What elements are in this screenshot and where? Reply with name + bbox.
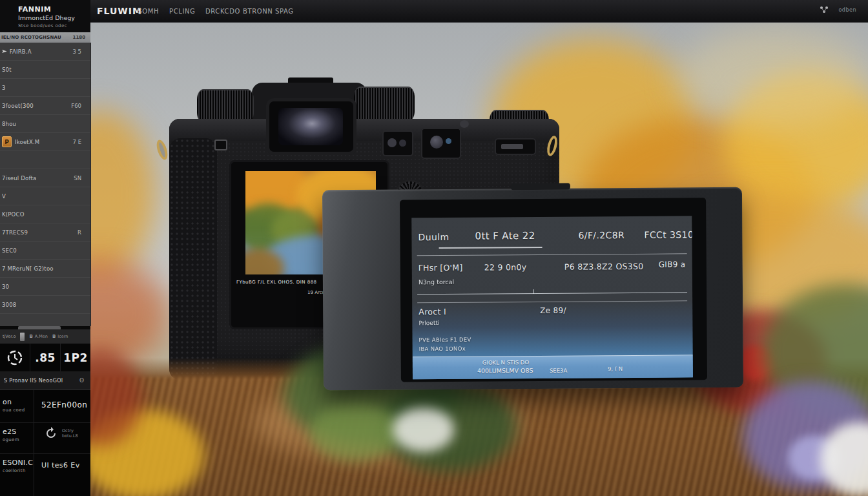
- sidebar-item-14[interactable]: 3008: [0, 296, 90, 314]
- bottom-bar-line1: GIOKL N STIS DO: [482, 359, 529, 366]
- camera-af-window: [421, 128, 461, 159]
- left-sidebar: FANNIM ImmonctEd Dhegy Stse bood/ues ode…: [0, 0, 90, 496]
- strap-lug-left: [154, 139, 169, 161]
- screen-separator: [417, 253, 687, 256]
- panel-right-top[interactable]: 52EFn00on: [41, 400, 87, 409]
- sidebar-item-12[interactable]: 7 MReruN[ G2)too: [0, 260, 90, 278]
- camera-top-plate: [169, 119, 559, 141]
- sidebar-item-0[interactable]: ➤ FAIRB.A 3 5: [0, 43, 90, 61]
- selected-row-value: 1180: [73, 35, 85, 40]
- flip-screen-bezel: Duulm 0tt F Ate 22 6/F/.2C8R FCCt 3S10 Γ…: [400, 198, 707, 382]
- sidebar-item-4[interactable]: 8hou: [0, 115, 90, 133]
- sidebar-item-1[interactable]: S0t: [0, 61, 90, 79]
- setting-row2-sublabel: Prloetti: [418, 320, 439, 326]
- bottom-bar-value: SEE3A: [550, 367, 567, 374]
- screen-footnote-2: IBA NAO 1ONOx: [419, 346, 466, 353]
- menu-item-1[interactable]: GOMH: [137, 8, 159, 15]
- setting-value-2[interactable]: P6 8Z3.8Z2 OS3S0: [564, 262, 644, 272]
- setting-row2-label[interactable]: Aroct I: [418, 307, 446, 316]
- white-flowers-center: [393, 407, 454, 452]
- stat-cell-clock[interactable]: [0, 344, 30, 371]
- sidebar-item-3[interactable]: 3fooet(300 F60: [0, 97, 90, 115]
- selected-row-label: IEL/NO RCOTOGHSNAU: [1, 35, 61, 40]
- topbar-right-label[interactable]: odben: [838, 7, 856, 13]
- toolbar-item-2[interactable]: Icern: [57, 334, 68, 339]
- cursor-arrow-icon: ➤: [1, 48, 7, 54]
- sidebar-header: FANNIM ImmonctEd Dhegy Stse bood/ues ode…: [0, 0, 90, 32]
- sidebar-settings-list: ➤ FAIRB.A 3 5 S0t 3 3fooet(300 F60 8hou …: [0, 43, 91, 326]
- screen-tab-4[interactable]: FCCt 3S10: [644, 229, 693, 240]
- camera-dial-center: [354, 87, 415, 121]
- panel-right-mid[interactable]: Octry botu.L8: [44, 426, 78, 440]
- menu-item-2[interactable]: PCLING: [169, 8, 195, 15]
- app-logo[interactable]: FLUWIM: [97, 6, 142, 16]
- share-icon[interactable]: [819, 5, 829, 14]
- toolbar-left-label: tjVer.o: [3, 334, 16, 339]
- product-photo: ΓYbuBG Γ/L EXL OHOS. DIN 888 19 Arcor 8 …: [90, 22, 868, 496]
- sidebar-selected-row[interactable]: IEL/NO RCOTOGHSNAU 1180: [0, 32, 90, 43]
- theta-icon: Θ: [79, 377, 84, 384]
- setting-row-label[interactable]: ΓHsr [O'M]: [418, 263, 463, 273]
- badge-b-icon-1: B: [29, 334, 32, 339]
- bottom-bar-line2: 400LUMSLMV O8S: [477, 367, 533, 375]
- clock-icon: [6, 349, 23, 366]
- screen-tab-active[interactable]: Duulm: [418, 232, 449, 242]
- panel-left-cell-2[interactable]: e2S oguem: [3, 428, 19, 442]
- flower-blob: [678, 28, 868, 125]
- sidebar-item-9[interactable]: K(POCO: [0, 205, 90, 223]
- top-menu-bar: FLUWIM GOMH PCLING DRCKCDO BTRONN SPAG o…: [0, 0, 868, 23]
- sidebar-item-5[interactable]: P IkoetX.M 7 E: [0, 133, 90, 151]
- p-badge-icon: P: [2, 136, 12, 147]
- panel-right-bottom[interactable]: UI tes6 Ev: [41, 461, 80, 470]
- screen-separator-2: [417, 300, 687, 303]
- sidebar-stats-panel: .85 1P2: [0, 344, 90, 371]
- panel-divider-h2: [0, 453, 90, 454]
- sidebar-item-2[interactable]: 3: [0, 79, 90, 97]
- camera-flip-screen: Duulm 0tt F Ate 22 6/F/.2C8R FCCt 3S10 Γ…: [322, 187, 743, 391]
- toolbar-item-1[interactable]: A.Men: [35, 334, 48, 339]
- camera-meter-window: [495, 138, 536, 155]
- menu-item-4[interactable]: BTRONN: [243, 8, 273, 15]
- sidebar-item-10[interactable]: 7TRECS9 R: [0, 223, 90, 242]
- stat-cell-value-1[interactable]: .85: [30, 344, 61, 371]
- sidebar-item-7[interactable]: 7iseul Dofta SN: [0, 169, 90, 187]
- screen-bottom-bar: GIOKL N STIS DO 400LUMSLMV O8S SEE3A 9, …: [413, 355, 693, 379]
- sidebar-title: FANNIM: [18, 5, 51, 14]
- camera-vf-switch: [214, 140, 227, 150]
- sidebar-bottom-panel: on oua coed e2S oguem ESONI.C coellorith…: [0, 390, 90, 496]
- sidebar-tagline: Stse bood/ues odec: [18, 23, 67, 28]
- setting-value-3[interactable]: GIB9 a: [659, 260, 686, 269]
- sidebar-toolbar: tjVer.o B A.Men B Icern: [0, 329, 90, 344]
- sidebar-status-row[interactable]: S Pronav IIS NeooGOI Θ: [0, 371, 90, 390]
- flower-blob: [90, 110, 155, 278]
- setting-value-1[interactable]: 22 9 0n0y: [484, 262, 527, 272]
- status-label: S Pronav IIS NeooGOI: [4, 378, 63, 384]
- sidebar-item-11[interactable]: SEC0: [0, 242, 90, 260]
- panel-divider-h1: [0, 422, 90, 423]
- panel-left-cell-1[interactable]: on oua coed: [3, 398, 25, 413]
- sidebar-item-6[interactable]: [0, 151, 90, 169]
- camera-sensor-window: [382, 130, 413, 156]
- sidebar-subtitle: ImmonctEd Dhegy: [18, 14, 75, 21]
- leaves-light: [310, 403, 400, 461]
- screen-tab-2[interactable]: 0tt F Ate 22: [475, 230, 535, 242]
- setting-row2-value[interactable]: Ze 89/: [540, 306, 566, 315]
- slider-bar-icon[interactable]: [20, 333, 25, 341]
- camera-eyepiece-lens: [278, 108, 343, 145]
- screen-tab-3[interactable]: 6/F/.2C8R: [578, 230, 625, 241]
- screen-footnote-1: PVE ABIes F1 DEV: [419, 336, 471, 344]
- flip-screen-hinge: [511, 183, 570, 191]
- sidebar-item-13[interactable]: 30: [0, 278, 90, 296]
- badge-b-icon-2: B: [52, 334, 56, 339]
- panel-left-cell-3[interactable]: ESONI.C coellorith: [3, 459, 33, 473]
- bottom-bar-right: 9, ( N: [608, 366, 623, 372]
- refresh-icon: [44, 426, 58, 440]
- setting-row-sublabel: N3ng torcal: [418, 278, 454, 285]
- menu-item-3[interactable]: DRCKCDO: [205, 8, 240, 15]
- menu-item-5[interactable]: SPAG: [275, 8, 294, 15]
- scale-rule: [417, 292, 687, 294]
- stat-cell-value-2[interactable]: 1P2: [61, 344, 90, 371]
- camera-grip: [169, 138, 217, 380]
- sidebar-item-8[interactable]: V: [0, 187, 90, 205]
- panel-divider-vertical: [34, 390, 34, 496]
